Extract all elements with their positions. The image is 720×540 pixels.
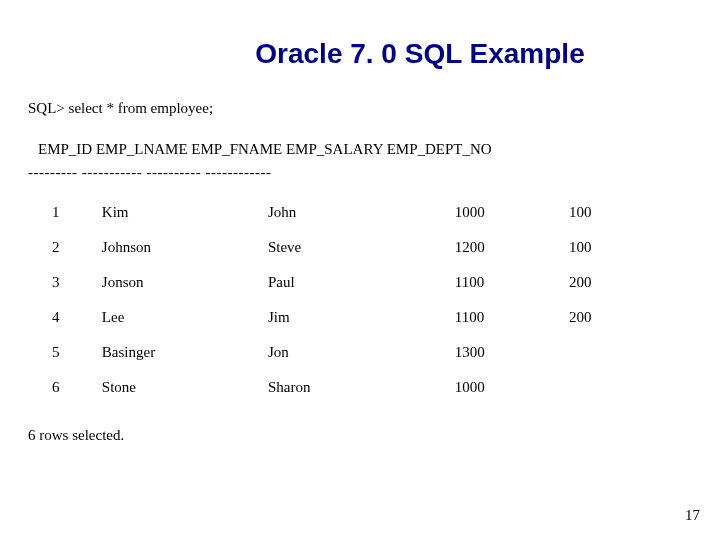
result-table: 1KimJohn10001002JohnsonSteve12001003Jons…: [48, 195, 648, 405]
table-row: 2JohnsonSteve1200100: [48, 230, 648, 265]
cell-emp-lname: Johnson: [98, 230, 264, 265]
cell-emp-dept: 100: [565, 195, 648, 230]
cell-emp-dept: [565, 335, 648, 370]
content-area: SQL> select * from employee; EMP_ID EMP_…: [0, 70, 720, 444]
cell-emp-salary: 1200: [451, 230, 565, 265]
cell-emp-fname: Paul: [264, 265, 451, 300]
cell-emp-fname: Jon: [264, 335, 451, 370]
page-number: 17: [685, 507, 700, 524]
cell-emp-id: 6: [48, 370, 98, 405]
cell-emp-id: 5: [48, 335, 98, 370]
cell-emp-fname: John: [264, 195, 451, 230]
table-row: 3JonsonPaul1100200: [48, 265, 648, 300]
cell-emp-salary: 1100: [451, 265, 565, 300]
cell-emp-id: 4: [48, 300, 98, 335]
cell-emp-dept: [565, 370, 648, 405]
table-row: 1KimJohn1000100: [48, 195, 648, 230]
table-row: 6StoneSharon1000: [48, 370, 648, 405]
cell-emp-id: 3: [48, 265, 98, 300]
cell-emp-lname: Lee: [98, 300, 264, 335]
slide-title: Oracle 7. 0 SQL Example: [0, 0, 720, 70]
cell-emp-id: 2: [48, 230, 98, 265]
cell-emp-salary: 1300: [451, 335, 565, 370]
cell-emp-salary: 1100: [451, 300, 565, 335]
cell-emp-dept: 100: [565, 230, 648, 265]
rows-selected-text: 6 rows selected.: [28, 427, 692, 444]
sql-prompt: SQL> select * from employee;: [28, 100, 692, 117]
table-row: 4LeeJim1100200: [48, 300, 648, 335]
cell-emp-id: 1: [48, 195, 98, 230]
cell-emp-salary: 1000: [451, 195, 565, 230]
cell-emp-fname: Steve: [264, 230, 451, 265]
cell-emp-lname: Stone: [98, 370, 264, 405]
table-row: 5BasingerJon1300: [48, 335, 648, 370]
cell-emp-lname: Basinger: [98, 335, 264, 370]
cell-emp-lname: Kim: [98, 195, 264, 230]
cell-emp-lname: Jonson: [98, 265, 264, 300]
cell-emp-dept: 200: [565, 300, 648, 335]
cell-emp-salary: 1000: [451, 370, 565, 405]
cell-emp-fname: Jim: [264, 300, 451, 335]
column-headers: EMP_ID EMP_LNAME EMP_FNAME EMP_SALARY EM…: [38, 141, 692, 158]
cell-emp-fname: Sharon: [264, 370, 451, 405]
cell-emp-dept: 200: [565, 265, 648, 300]
separator-line: --------- ----------- ---------- -------…: [28, 164, 692, 181]
